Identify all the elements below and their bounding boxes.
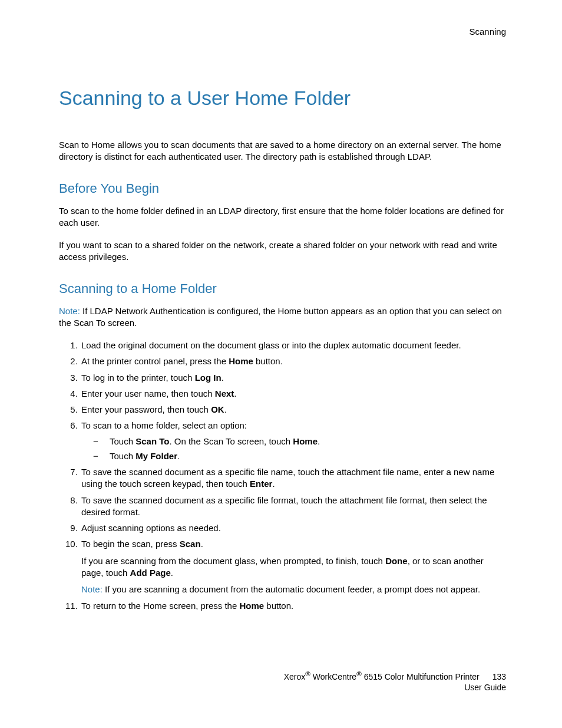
paragraph: To scan to the home folder defined in an…: [59, 205, 506, 229]
steps-list: Load the original document on the docume…: [59, 340, 506, 612]
note-label: Note:: [59, 306, 80, 316]
step-note: Note: If you are scanning a document fro…: [81, 584, 506, 595]
section-heading-scanning-home-folder: Scanning to a Home Folder: [59, 281, 506, 297]
step: To scan to a home folder, select an opti…: [80, 420, 506, 462]
dash-bullet: −: [93, 450, 110, 462]
note-text: If LDAP Network Authentication is config…: [59, 306, 502, 328]
section-heading-before-you-begin: Before You Begin: [59, 181, 506, 196]
step: Load the original document on the docume…: [80, 340, 506, 351]
note-label: Note:: [81, 584, 103, 594]
sub-item: − Touch My Folder.: [93, 450, 506, 462]
page-footer: Xerox® WorkCentre® 6515 Color Multifunct…: [284, 669, 506, 693]
step: To save the scanned document as a specif…: [80, 495, 506, 519]
intro-paragraph: Scan to Home allows you to scan document…: [59, 139, 506, 163]
step: To return to the Home screen, press the …: [80, 600, 506, 612]
step: Enter your password, then touch OK.: [80, 404, 506, 416]
note: Note: If LDAP Network Authentication is …: [59, 305, 506, 330]
sub-list: − Touch Scan To. On the Scan To screen, …: [93, 436, 506, 463]
step: To log in to the printer, touch Log In.: [80, 372, 506, 384]
step: To begin the scan, press Scan. If you ar…: [80, 538, 506, 595]
running-header: Scanning: [59, 27, 506, 37]
step-paragraph: If you are scanning from the document gl…: [81, 555, 506, 579]
step: To save the scanned document as a specif…: [80, 466, 506, 490]
footer-line2: User Guide: [284, 682, 506, 693]
step: At the printer control panel, press the …: [80, 355, 506, 367]
paragraph: If you want to scan to a shared folder o…: [59, 239, 506, 263]
page-title: Scanning to a User Home Folder: [59, 87, 506, 110]
step: Adjust scanning options as needed.: [80, 522, 506, 534]
dash-bullet: −: [93, 436, 110, 447]
step: Enter your user name, then touch Next.: [80, 388, 506, 400]
sub-item: − Touch Scan To. On the Scan To screen, …: [93, 436, 506, 447]
page-number: 133: [492, 671, 506, 682]
page: Scanning Scanning to a User Home Folder …: [0, 0, 562, 728]
